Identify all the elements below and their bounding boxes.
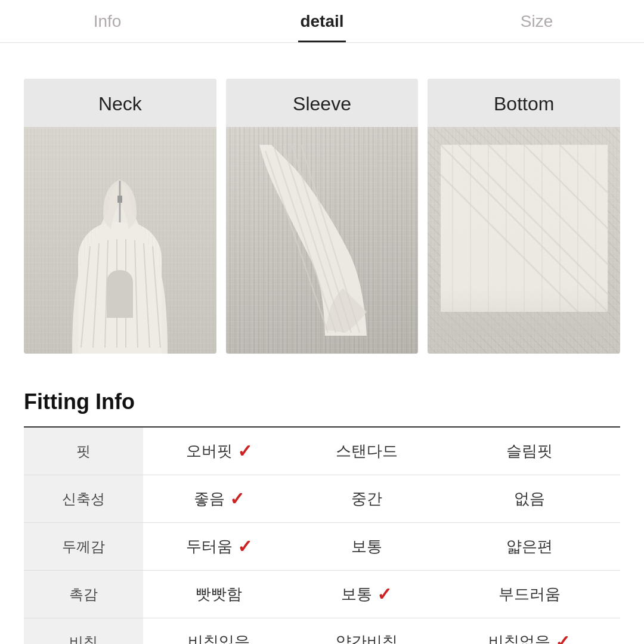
fitting-row-cell: 비침있음 xyxy=(143,618,295,645)
fitting-table-row: 촉감빳빳함보통✓부드러움 xyxy=(24,571,620,618)
fitting-row-cell: 두터움✓ xyxy=(143,523,295,571)
bottom-illustration xyxy=(441,145,608,336)
fitting-row-cell: 좋음✓ xyxy=(143,475,295,523)
neck-illustration xyxy=(60,163,179,354)
fitting-row-cell: 비침없음✓ xyxy=(438,618,620,645)
sleeve-illustration xyxy=(253,145,391,336)
fitting-row-cell: 오버핏✓ xyxy=(143,427,295,475)
check-icon: ✓ xyxy=(237,441,252,462)
fitting-table: 핏오버핏✓스탠다드슬림핏신축성좋음✓중간없음두께감두터움✓보통얇은편촉감빳빳함보… xyxy=(24,426,620,644)
svg-rect-9 xyxy=(117,196,122,203)
fitting-row-cell: 보통✓ xyxy=(295,571,438,618)
tab-size[interactable]: Size xyxy=(429,0,644,42)
fitting-table-row: 핏오버핏✓스탠다드슬림핏 xyxy=(24,427,620,475)
fitting-row-category: 촉감 xyxy=(24,571,143,618)
check-icon: ✓ xyxy=(230,488,244,509)
fitting-row-cell: 부드러움 xyxy=(438,571,620,618)
fitting-table-row: 신축성좋음✓중간없음 xyxy=(24,475,620,523)
sleeve-card: Sleeve xyxy=(226,79,419,354)
fitting-row-category: 비침 xyxy=(24,618,143,645)
fitting-row-cell: 없음 xyxy=(438,475,620,523)
fitting-row-cell: 중간 xyxy=(295,475,438,523)
fitting-row-cell: 얇은편 xyxy=(438,523,620,571)
bottom-card-title: Bottom xyxy=(428,79,620,127)
fitting-row-cell: 보통 xyxy=(295,523,438,571)
fitting-row-cell: 약간비침 xyxy=(295,618,438,645)
check-icon: ✓ xyxy=(555,631,570,644)
svg-rect-31 xyxy=(441,288,608,336)
sleeve-card-image xyxy=(226,127,419,354)
fitting-table-row: 비침비침있음약간비침비침없음✓ xyxy=(24,618,620,645)
sleeve-card-title: Sleeve xyxy=(226,79,419,127)
cell-content: 두터움✓ xyxy=(186,536,252,557)
tab-detail[interactable]: detail xyxy=(215,0,429,42)
cell-content: 오버핏✓ xyxy=(186,441,252,462)
bottom-card-image xyxy=(428,127,620,354)
bottom-card: Bottom xyxy=(428,79,620,354)
main-content: Neck xyxy=(0,43,644,644)
fitting-row-category: 두께감 xyxy=(24,523,143,571)
fitting-row-category: 핏 xyxy=(24,427,143,475)
cell-content: 보통✓ xyxy=(341,584,392,605)
detail-cards-section: Neck xyxy=(24,79,620,354)
tab-navigation: Info detail Size xyxy=(0,0,644,43)
fitting-row-cell: 슬림핏 xyxy=(438,427,620,475)
check-icon: ✓ xyxy=(377,584,392,605)
fitting-table-row: 두께감두터움✓보통얇은편 xyxy=(24,523,620,571)
fitting-row-cell: 스탠다드 xyxy=(295,427,438,475)
neck-card-title: Neck xyxy=(24,79,216,127)
fitting-row-cell: 빳빳함 xyxy=(143,571,295,618)
tab-info[interactable]: Info xyxy=(0,0,215,42)
fitting-row-category: 신축성 xyxy=(24,475,143,523)
fitting-info-title: Fitting Info xyxy=(24,389,620,414)
cell-content: 좋음✓ xyxy=(194,488,244,509)
fitting-info-section: Fitting Info 핏오버핏✓스탠다드슬림핏신축성좋음✓중간없음두께감두터… xyxy=(24,389,620,644)
neck-card: Neck xyxy=(24,79,216,354)
cell-content: 비침없음✓ xyxy=(488,631,570,644)
check-icon: ✓ xyxy=(237,536,252,557)
neck-card-image xyxy=(24,127,216,354)
